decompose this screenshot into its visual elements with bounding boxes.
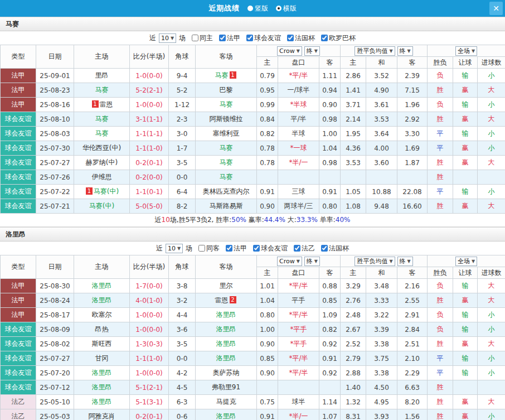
league-type-cell: 球会友谊 [1,170,36,185]
col-handicap: 盘口 [278,57,319,69]
team-name[interactable]: 华伦西亚(中) [82,144,121,152]
result-cell: 赢 [453,293,478,308]
avg-away-cell [397,170,428,185]
filter-checkbox[interactable] [198,245,205,252]
team-name[interactable]: 雷恩 [100,100,113,108]
result-cell: 大 [478,199,505,214]
team-name[interactable]: 巴黎 [220,86,233,94]
team-name[interactable]: 马提克 [216,398,236,405]
team-name[interactable]: 马赛(中) [94,187,119,195]
filter-option[interactable]: 法乙 [294,244,315,253]
team-name[interactable]: 洛里昂 [216,311,236,318]
team-name[interactable]: 塞维利亚 [213,129,240,137]
filter-checkbox[interactable] [321,35,328,41]
filter-option[interactable]: 球会友谊 [246,33,281,43]
team-name[interactable]: 洛里昂 [92,282,112,289]
team-name[interactable]: 奥林匹克查内尔 [203,187,250,195]
radio-icon[interactable] [276,6,281,11]
team-name[interactable]: 洛里昂 [216,325,236,333]
header-row-groups: 类型 日期 主场 比分(半场) 角球 客场 Crow▼终▼ 胜平负均值▼终▼ 全… [1,255,505,267]
team-name[interactable]: 昂热 [95,325,109,333]
filter-checkbox[interactable] [294,245,300,252]
league-type-cell: 球会友谊 [1,141,36,156]
handicap-cell [278,380,319,395]
team-name[interactable]: 甘冈 [95,354,109,362]
team-name[interactable]: 洛里昂 [92,398,112,405]
team-name[interactable]: 马赛 [95,129,109,137]
team-name[interactable]: 斯旺西 [92,340,112,347]
team-name[interactable]: 雷恩 [215,296,229,304]
filter-option[interactable]: 欧罗巴杯 [321,33,356,43]
team-name[interactable]: 马赛 [220,173,233,181]
odds-company-select[interactable]: Crow▼ [277,46,302,56]
team-name[interactable]: 阿雅克肖 [89,412,115,420]
chevron-down-icon: ▼ [171,36,174,41]
team-name[interactable]: 马赛 [215,71,229,79]
chevron-down-icon: ▼ [472,259,475,264]
team-name[interactable]: 马赛 [220,158,233,166]
filter-checkbox[interactable] [287,35,294,41]
odds-time-select[interactable]: 终▼ [304,257,320,266]
team-name[interactable]: 洛里昂 [92,383,112,391]
team-name[interactable]: 洛里昂 [216,354,236,362]
odds-home-cell: 0.82 [257,127,278,141]
scope-select[interactable]: 全场▼ [455,257,477,266]
filter-option[interactable]: 法甲 [226,244,247,253]
result-cell: 赢 [453,141,478,156]
away-team-cell: 洛里昂 [196,409,257,420]
filter-checkbox[interactable] [192,35,198,41]
match-count-select[interactable]: 10▼ [166,244,183,253]
filter-option[interactable]: 法国杯 [321,244,349,253]
team-name[interactable]: 弗勒里91 [212,383,240,391]
avg-time-select[interactable]: 终▼ [397,257,413,266]
team-name[interactable]: 马赛 [95,86,109,94]
odds-time-select[interactable]: 终▼ [304,46,320,56]
filter-checkbox[interactable] [321,245,328,252]
team-name[interactable]: 欧塞尔 [92,311,112,318]
team-name[interactable]: 马赛 [220,144,233,152]
avg-draw-cell: 3.60 [366,156,397,170]
odds-home-cell: 0.91 [257,185,278,199]
odds-company-select[interactable]: Crow▼ [277,257,302,266]
team-name[interactable]: 洛里昂 [216,340,236,347]
avg-type-select[interactable]: 胜平负均值▼ [355,257,395,266]
close-icon[interactable]: ✕ [489,2,503,15]
team-name[interactable]: 奥萨苏纳 [213,369,240,376]
team-name[interactable]: 阿斯顿维拉 [210,115,243,123]
avg-type-select[interactable]: 胜平负均值▼ [355,46,395,56]
filter-option[interactable]: 球会友谊 [253,244,288,253]
layout-horizontal-radio[interactable]: 横版 [276,4,297,12]
col-result: 胜负 [428,267,453,279]
filter-option[interactable]: 法甲 [219,33,240,43]
team-name[interactable]: 里昂 [95,71,109,79]
scope-select[interactable]: 全场▼ [455,46,477,56]
layout-vertical-radio[interactable]: 竖版 [247,4,268,12]
date-cell: 25-07-30 [36,141,74,156]
radio-icon[interactable] [247,6,253,11]
filter-option[interactable]: 同主 [192,33,213,43]
team-name[interactable]: 马赛(中) [89,202,114,210]
odds-home-cell: 0.79 [257,69,278,83]
odds-away-cell: 1.07 [319,409,341,420]
filter-checkbox[interactable] [219,35,226,41]
corner-cell: 1-7 [169,141,196,156]
match-row: 球会友谊 25-07-27 赫罗纳(中) 0-2(0-1) 3-5 马赛 0.7… [1,156,505,170]
filter-option[interactable]: 同客 [198,244,220,253]
team-name[interactable]: 洛里昂 [92,296,112,304]
avg-time-select[interactable]: 终▼ [397,46,413,56]
team-name[interactable]: 马赛 [220,100,233,108]
filter-checkbox[interactable] [226,245,232,252]
team-name[interactable]: 赫罗纳(中) [86,158,118,166]
match-count-select[interactable]: 10▼ [159,33,176,43]
team-name[interactable]: 洛里昂 [216,412,236,420]
team-name[interactable]: 马斯路易斯 [210,202,243,210]
team-name[interactable]: 里尔 [220,282,233,289]
team-name[interactable]: 洛里昂 [92,369,112,376]
filter-checkbox[interactable] [246,35,253,41]
team-name[interactable]: 伊维思 [92,173,112,181]
team-name[interactable]: 马赛 [95,115,109,123]
corner-cell: 3-5 [169,156,196,170]
filter-option[interactable]: 法国杯 [287,33,315,43]
filter-checkbox[interactable] [253,245,260,252]
chevron-down-icon: ▼ [407,259,411,264]
